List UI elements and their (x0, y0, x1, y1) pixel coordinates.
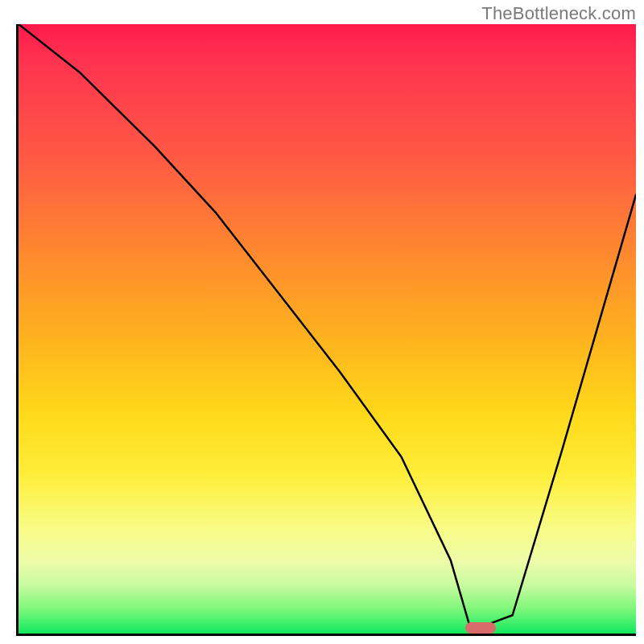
optimal-marker (465, 622, 496, 634)
bottleneck-curve (19, 24, 636, 634)
watermark-label: TheBottleneck.com (481, 3, 636, 24)
plot-area (16, 24, 636, 636)
chart-container: TheBottleneck.com (0, 0, 644, 644)
